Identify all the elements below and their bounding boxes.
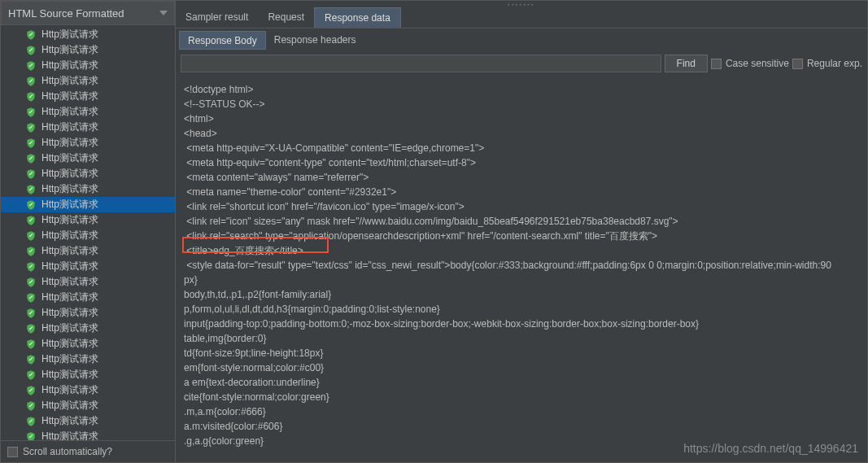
- tree-item-label: Http测试请求: [41, 43, 98, 57]
- tab-request[interactable]: Request: [258, 7, 314, 28]
- response-line: <title>edg_百度搜索</title>: [184, 243, 859, 258]
- tree-item[interactable]: Http测试请求: [1, 166, 175, 181]
- main-tabs: Sampler resultRequestResponse data: [176, 7, 867, 28]
- response-line: .m,a.m{color:#666}: [184, 404, 859, 419]
- response-line: a em{text-decoration:underline}: [184, 375, 859, 390]
- subtab-response-headers[interactable]: Response headers: [266, 31, 364, 50]
- find-button[interactable]: Find: [665, 55, 708, 72]
- search-input[interactable]: [181, 55, 661, 72]
- tree-item[interactable]: Http测试请求: [1, 321, 175, 336]
- response-line: px}: [184, 273, 859, 287]
- tree-item-label: Http测试请求: [41, 290, 98, 304]
- tree-item[interactable]: Http测试请求: [1, 27, 175, 42]
- tree-item-label: Http测试请求: [41, 352, 98, 366]
- tree-item[interactable]: Http测试请求: [1, 274, 175, 290]
- sub-tabs: Response BodyResponse headers: [176, 28, 867, 50]
- tree-item[interactable]: Http测试请求: [1, 58, 175, 73]
- tree-item-label: Http测试请求: [41, 74, 98, 88]
- response-line: body,th,td,.p1,.p2{font-family:arial}: [184, 287, 859, 302]
- response-line: input{padding-top:0;padding-bottom:0;-mo…: [184, 317, 859, 331]
- tree-item[interactable]: Http测试请求: [1, 89, 175, 104]
- response-line: table,img{border:0}: [184, 331, 859, 346]
- tree-item-label: Http测试请求: [41, 229, 98, 242]
- tree-item-label: Http测试请求: [41, 383, 98, 397]
- tree-item-label: Http测试请求: [41, 337, 98, 351]
- response-line: <!--STATUS OK-->: [184, 97, 859, 111]
- tab-sampler-result[interactable]: Sampler result: [176, 7, 258, 28]
- tree-item[interactable]: Http测试请求: [1, 413, 175, 429]
- tree-item-label: Http测试请求: [41, 90, 98, 103]
- tree-item-label: Http测试请求: [41, 28, 98, 41]
- tree-item[interactable]: Http测试请求: [1, 197, 175, 212]
- dropdown-label: HTML Source Formatted: [8, 7, 124, 20]
- response-line: p,form,ol,ul,li,dl,dt,dd,h3{margin:0;pad…: [184, 302, 859, 317]
- regex-checkbox[interactable]: [792, 59, 803, 69]
- response-line: <link rel="search" type="application/ope…: [184, 229, 859, 243]
- scroll-auto-checkbox[interactable]: [7, 447, 18, 457]
- tree-item[interactable]: Http测试请求: [1, 398, 175, 413]
- tree-item[interactable]: Http测试请求: [1, 290, 175, 305]
- response-line: cite{font-style:normal;color:green}: [184, 390, 859, 404]
- tree-item[interactable]: Http测试请求: [1, 367, 175, 382]
- tree-item[interactable]: Http测试请求: [1, 212, 175, 228]
- tree-item[interactable]: Http测试请求: [1, 336, 175, 352]
- tree-item[interactable]: Http测试请求: [1, 135, 175, 151]
- response-line: <!doctype html>: [184, 82, 859, 97]
- response-line: em{font-style:normal;color:#c00}: [184, 360, 859, 375]
- regex-option[interactable]: Regular exp.: [792, 58, 862, 69]
- tree-item[interactable]: Http测试请求: [1, 382, 175, 398]
- tree-item[interactable]: Http测试请求: [1, 104, 175, 120]
- response-line: <meta http-equiv="X-UA-Compatible" conte…: [184, 141, 859, 155]
- tree-item-label: Http测试请求: [41, 399, 98, 413]
- tree-item-label: Http测试请求: [41, 213, 98, 227]
- tree-item-label: Http测试请求: [41, 368, 98, 382]
- tree-item[interactable]: Http测试请求: [1, 259, 175, 274]
- tree-item[interactable]: Http测试请求: [1, 352, 175, 367]
- response-line: <link rel="icon" sizes="any" mask href="…: [184, 214, 859, 229]
- subtab-response-body[interactable]: Response Body: [179, 31, 266, 50]
- case-sensitive-option[interactable]: Case sensitive: [711, 58, 789, 69]
- tree-item[interactable]: Http测试请求: [1, 151, 175, 166]
- response-line: <meta http-equiv="content-type" content=…: [184, 155, 859, 170]
- response-line: <link rel="shortcut icon" href="/favicon…: [184, 199, 859, 214]
- response-line: <head>: [184, 126, 859, 141]
- tree-item-label: Http测试请求: [41, 275, 98, 289]
- response-line: <meta name="theme-color" content="#2932e…: [184, 185, 859, 199]
- format-dropdown[interactable]: HTML Source Formatted: [1, 1, 175, 25]
- tree-item-label: Http测试请求: [41, 105, 98, 119]
- chevron-down-icon: [159, 11, 168, 15]
- response-line: <html>: [184, 111, 859, 126]
- results-tree[interactable]: Http测试请求Http测试请求Http测试请求Http测试请求Http测试请求…: [1, 25, 175, 440]
- tree-item-label: Http测试请求: [41, 321, 98, 335]
- response-line: a.m:visited{color:#606}: [184, 419, 859, 434]
- tree-item[interactable]: Http测试请求: [1, 42, 175, 58]
- tree-item-label: Http测试请求: [41, 430, 98, 440]
- tree-item[interactable]: Http测试请求: [1, 243, 175, 259]
- tree-item[interactable]: Http测试请求: [1, 181, 175, 197]
- right-panel: ▪▪▪▪▪▪▪ Sampler resultRequestResponse da…: [176, 1, 867, 462]
- response-line: <style data-for="result" type="text/css"…: [184, 258, 859, 273]
- case-checkbox[interactable]: [711, 59, 722, 69]
- watermark: https://blog.csdn.net/qq_14996421: [683, 442, 858, 455]
- tree-item-label: Http测试请求: [41, 120, 98, 134]
- tree-item[interactable]: Http测试请求: [1, 120, 175, 135]
- tree-item-label: Http测试请求: [41, 167, 98, 181]
- tree-item-label: Http测试请求: [41, 244, 98, 258]
- response-line: <meta content="always" name="referrer">: [184, 170, 859, 185]
- tree-item[interactable]: Http测试请求: [1, 73, 175, 89]
- tree-item-label: Http测试请求: [41, 414, 98, 428]
- tree-item-label: Http测试请求: [41, 198, 98, 212]
- tree-item-label: Http测试请求: [41, 306, 98, 320]
- tree-item[interactable]: Http测试请求: [1, 429, 175, 440]
- search-bar: Find Case sensitive Regular exp.: [176, 50, 867, 77]
- drag-handle[interactable]: ▪▪▪▪▪▪▪: [176, 1, 867, 7]
- tab-response-data[interactable]: Response data: [314, 7, 401, 28]
- tree-item[interactable]: Http测试请求: [1, 305, 175, 321]
- tree-item-label: Http测试请求: [41, 151, 98, 165]
- scroll-auto-label: Scroll automatically?: [23, 446, 112, 457]
- scroll-auto-row: Scroll automatically?: [1, 440, 175, 462]
- response-content[interactable]: <!doctype html><!--STATUS OK--><html><he…: [176, 77, 867, 462]
- response-line: td{font-size:9pt;line-height:18px}: [184, 346, 859, 360]
- tree-item[interactable]: Http测试请求: [1, 228, 175, 243]
- tree-item-label: Http测试请求: [41, 59, 98, 72]
